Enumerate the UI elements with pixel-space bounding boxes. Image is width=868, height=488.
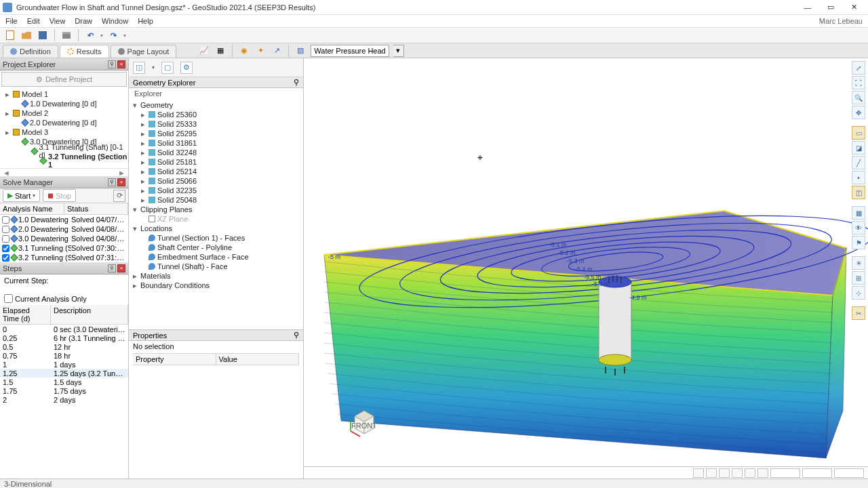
coord-z-field[interactable] — [834, 468, 864, 478]
tab-definition[interactable]: Definition — [3, 45, 58, 58]
step-row[interactable]: 0.256 hr (3.1 Tunneling (Shaft)) — [0, 333, 128, 342]
box-icon[interactable]: ▢ — [161, 62, 174, 74]
zoom-icon[interactable]: 🔍 — [852, 91, 865, 104]
vectors-icon[interactable]: ↗ — [271, 45, 283, 57]
menu-help[interactable]: Help — [138, 17, 153, 25]
flag-icon[interactable]: ⚑ — [852, 236, 865, 249]
tree-node[interactable]: ▸Model 2 — [0, 108, 128, 118]
menu-edit[interactable]: Edit — [27, 17, 40, 25]
pin-icon[interactable]: ⚲ — [108, 178, 116, 186]
solve-row[interactable]: 2.0 DewateringSolved 04/08/2022 05:... — [0, 224, 128, 234]
scroll-left-icon[interactable]: ◄ — [3, 169, 10, 176]
stop-button[interactable]: ◼Stop — [43, 189, 76, 202]
select-face-icon[interactable]: ◪ — [852, 141, 865, 155]
tree-node[interactable]: 2.0 Dewatering [0 d] — [0, 118, 128, 127]
close-panel-icon[interactable]: × — [117, 264, 125, 272]
geo-node[interactable]: ▸Boundary Conditions — [132, 281, 300, 290]
geo-node[interactable]: Embedment Surface - Face — [132, 252, 300, 262]
clip-icon[interactable]: ✂ — [852, 306, 865, 320]
geo-node[interactable]: ▸Solid 25295 — [132, 129, 300, 138]
close-panel-icon[interactable]: × — [117, 60, 125, 68]
geo-node[interactable]: ▾Geometry — [132, 100, 300, 110]
geometry-tree[interactable]: ▾Geometry▸Solid 25360▸Solid 25333▸Solid … — [129, 99, 303, 329]
solve-row[interactable]: 3.0 DewateringSolved 04/08/2022 06:... — [0, 234, 128, 243]
start-button[interactable]: ▶Start▾ — [3, 189, 40, 202]
axes-icon[interactable]: ⊹ — [852, 286, 865, 300]
open-button[interactable] — [20, 29, 33, 41]
menu-draw[interactable]: Draw — [75, 17, 92, 25]
geo-node[interactable]: ▸Materials — [132, 271, 300, 281]
pin-icon[interactable]: ⚲ — [108, 264, 116, 272]
tree-node[interactable]: 3.2 Tunneling (Section 1 — [0, 156, 128, 165]
geo-node[interactable]: ▸Solid 31861 — [132, 138, 300, 148]
geo-node[interactable]: Tunnel (Shaft) - Face — [132, 262, 300, 271]
menu-view[interactable]: View — [50, 17, 66, 25]
step-row[interactable]: 1.251.25 days (3.2 Tunneling (Se... — [0, 369, 128, 378]
pan-icon[interactable]: ✥ — [852, 106, 865, 119]
lighting-icon[interactable]: ☀ — [852, 256, 865, 270]
close-panel-icon[interactable]: × — [117, 178, 125, 186]
pin-icon[interactable]: ⚲ — [294, 331, 299, 340]
coord-x-field[interactable] — [770, 468, 800, 478]
mesh-icon[interactable]: ▨ — [294, 45, 307, 57]
geo-node[interactable]: ▸Solid 25214 — [132, 167, 300, 176]
table-icon[interactable]: ▦ — [214, 45, 226, 57]
tab-results[interactable]: Results — [60, 45, 109, 58]
maximize-button[interactable]: ▭ — [819, 1, 842, 14]
print-button[interactable] — [60, 29, 73, 41]
coord-y-field[interactable] — [802, 468, 832, 478]
settings-icon[interactable]: ⚙ — [180, 62, 193, 74]
tree-node[interactable]: ▸Model 3 — [0, 127, 128, 137]
step-row[interactable]: 1.51.5 days — [0, 378, 128, 386]
tree-node[interactable]: 1.0 Dewatering [0 d] — [0, 99, 128, 108]
geo-node[interactable]: ▸Solid 25333 — [132, 119, 300, 129]
save-button[interactable] — [37, 29, 49, 41]
zoom-b-icon[interactable] — [745, 468, 755, 478]
zoom-window-icon[interactable]: ⛶ — [852, 76, 865, 89]
geo-node[interactable]: XZ Plane — [132, 214, 300, 224]
pin-icon[interactable]: ⚲ — [108, 60, 116, 68]
step-row[interactable]: 11 days — [0, 360, 128, 369]
undo-button[interactable]: ↶ — [84, 29, 96, 41]
select-solid-icon[interactable]: ◫ — [852, 186, 865, 199]
geo-node[interactable]: ▸Solid 25066 — [132, 176, 300, 186]
geo-node[interactable]: ▾Clipping Planes — [132, 205, 300, 214]
minimize-button[interactable]: — — [796, 1, 819, 14]
tab-page-layout[interactable]: Page Layout — [111, 45, 177, 58]
solve-row[interactable]: 3.1 Tunneling (Shaft)Solved 07:30:31 AM — [0, 243, 128, 253]
select-edge-icon[interactable]: ╱ — [852, 156, 865, 169]
tree-node[interactable]: ▸Model 1 — [0, 89, 128, 99]
geo-node[interactable]: Tunnel (Section 1) - Faces — [132, 233, 300, 243]
geo-node[interactable]: Shaft Center - Polyline — [132, 243, 300, 252]
step-row[interactable]: 0.512 hr — [0, 342, 128, 351]
select-icon[interactable]: ▭ — [852, 126, 865, 140]
step-row[interactable]: 00 sec (3.0 Dewatering) — [0, 325, 128, 333]
step-row[interactable]: 22 days — [0, 395, 128, 404]
zoom-extents-icon[interactable]: ⤢ — [852, 61, 865, 75]
geo-node[interactable]: ▸Solid 25048 — [132, 195, 300, 205]
define-project-button[interactable]: ⚙ Define Project — [1, 72, 127, 87]
close-button[interactable]: ✕ — [842, 1, 865, 14]
scroll-right-icon[interactable]: ► — [118, 169, 125, 176]
rotate-icon[interactable] — [732, 468, 743, 478]
contour-icon[interactable]: ◉ — [238, 45, 250, 57]
menu-window[interactable]: Window — [102, 17, 128, 25]
geo-node[interactable]: ▾Locations — [132, 224, 300, 233]
geo-node[interactable]: ▸Solid 25360 — [132, 110, 300, 119]
geo-node[interactable]: ▸Solid 25181 — [132, 157, 300, 167]
select-node-icon[interactable]: • — [852, 171, 865, 184]
hide-icon[interactable]: 👁 — [852, 221, 865, 235]
graph-icon[interactable]: 📈 — [198, 45, 210, 57]
grid-toggle-icon[interactable] — [693, 468, 704, 478]
pin-icon[interactable]: ⚲ — [294, 78, 299, 87]
geo-node[interactable]: ▸Solid 32235 — [132, 186, 300, 195]
refresh-icon[interactable]: ⟳ — [113, 190, 125, 202]
menu-file[interactable]: File — [5, 17, 18, 25]
solve-row[interactable]: 1.0 DewateringSolved 04/07/2022 03:... — [0, 215, 128, 224]
view-cube-icon[interactable]: ◫ — [133, 62, 145, 74]
zoom-fit-icon[interactable] — [757, 468, 768, 478]
3d-viewport[interactable]: FRONT -5 m -5.1 m -5.2 m -5.3 m -5.4 m -… — [304, 58, 868, 479]
current-analysis-only-checkbox[interactable] — [4, 294, 13, 303]
solve-row[interactable]: 3.2 Tunneling (Sec...Solved 07:31:05 AM — [0, 253, 128, 262]
grid-icon[interactable]: ⊞ — [852, 271, 865, 285]
